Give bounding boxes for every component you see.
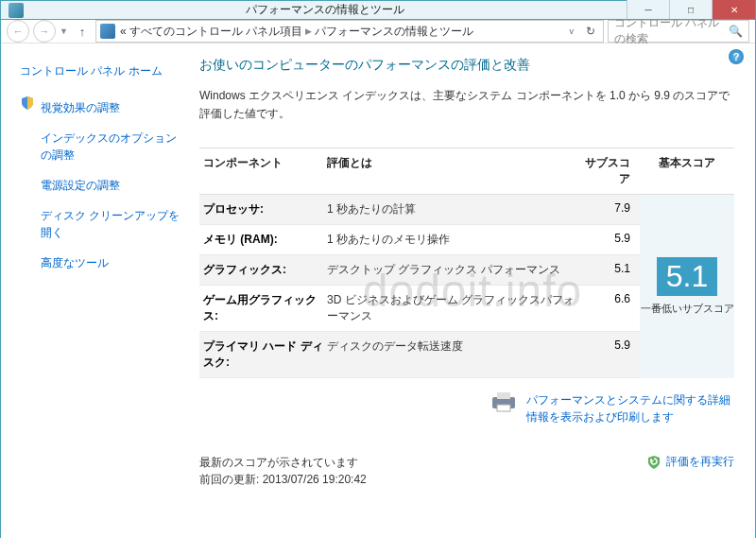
search-input[interactable]: コントロール パネルの検索 🔍 [608,20,749,43]
row-component: ゲーム用グラフィックス: [199,292,327,324]
chevron-right-icon: ▶ [305,26,312,36]
shield-icon [20,95,35,111]
row-desc: デスクトップ グラフィックス パフォーマンス [327,262,583,278]
breadcrumb[interactable]: « すべてのコントロール パネル項目 ▶ パフォーマンスの情報とツール [120,24,473,40]
score-row-1: メモリ (RAM):1 秒あたりのメモリ操作5.9 [199,225,640,255]
row-desc: 3D ビジネスおよびゲーム グラフィックスパフォーマンス [327,292,583,324]
update-info: 最新のスコアが示されています 前回の更新: 2013/07/26 19:20:4… [199,454,367,488]
row-desc: 1 秒あたりのメモリ操作 [327,232,583,248]
row-component: グラフィックス: [199,262,327,278]
help-icon[interactable]: ? [729,49,744,64]
crumb-prefix: « [120,25,127,38]
score-row-3: ゲーム用グラフィックス:3D ビジネスおよびゲーム グラフィックスパフォーマンス… [199,286,640,332]
base-score-label: 一番低いサブスコア [641,302,734,316]
maximize-button[interactable]: □ [669,0,712,19]
close-button[interactable]: ✕ [712,0,755,19]
row-component: プロセッサ: [199,201,327,217]
navbar: ← → ▼ ↑ « すべてのコントロール パネル項目 ▶ パフォーマンスの情報と… [1,20,755,43]
main-pane: ? お使いのコンピューターのパフォーマンスの評価と改善 Windows エクスペ… [190,43,755,538]
sidebar-task-4[interactable]: 高度なツール [41,251,109,275]
row-subscore: 6.6 [583,292,640,324]
base-score-value: 5.1 [657,257,717,296]
search-icon: 🔍 [729,25,743,38]
rerun-label: 評価を再実行 [666,454,734,470]
row-subscore: 5.9 [583,338,640,371]
header-subscore: サブスコア [583,155,640,187]
window-title: パフォーマンスの情報とツール [24,2,627,18]
score-row-0: プロセッサ:1 秒あたりの計算7.9 [199,195,640,225]
row-subscore: 5.9 [583,232,640,248]
sidebar-task-2[interactable]: 電源設定の調整 [41,173,120,198]
sidebar: コントロール パネル ホーム 視覚効果の調整インデックスのオプションの調整電源設… [1,43,190,538]
svg-rect-2 [497,405,510,411]
page-description: Windows エクスペリエンス インデックスは、主要なシステム コンポーネント… [199,87,734,123]
printer-icon [490,391,517,412]
score-row-2: グラフィックス:デスクトップ グラフィックス パフォーマンス5.1 [199,255,640,286]
history-dropdown[interactable]: ▼ [60,26,69,36]
search-placeholder: コントロール パネルの検索 [614,15,729,47]
row-component: プライマリ ハード ディスク: [199,338,327,371]
up-button[interactable]: ↑ [73,22,92,41]
svg-rect-1 [497,392,510,399]
forward-button[interactable]: → [33,20,56,43]
sidebar-task-3[interactable]: ディスク クリーンアップを開く [41,203,180,245]
sidebar-task-1[interactable]: インデックスのオプションの調整 [41,126,180,167]
address-bar[interactable]: « すべてのコントロール パネル項目 ▶ パフォーマンスの情報とツール v ↻ [95,20,604,43]
update-timestamp: 前回の更新: 2013/07/26 19:20:42 [199,471,367,488]
row-subscore: 7.9 [583,201,640,217]
location-icon [100,24,115,39]
score-table: コンポーネント 評価とは サブスコア 基本スコア プロセッサ:1 秒あたりの計算… [199,148,734,378]
back-button[interactable]: ← [7,20,29,43]
print-details-link[interactable]: パフォーマンスとシステムに関する詳細情報を表示および印刷します [526,391,734,425]
update-status: 最新のスコアが示されています [199,454,367,471]
crumb-2[interactable]: パフォーマンスの情報とツール [315,24,473,40]
row-component: メモリ (RAM): [199,232,327,248]
refresh-button[interactable]: ↻ [582,25,599,38]
row-subscore: 5.1 [583,262,640,278]
sidebar-task-0[interactable]: 視覚効果の調整 [41,95,120,120]
page-title: お使いのコンピューターのパフォーマンスの評価と改善 [199,57,734,74]
header-basescore: 基本スコア [640,155,734,187]
minimize-button[interactable]: ─ [627,0,669,19]
base-score-panel: 5.1 一番低いサブスコア [640,195,734,378]
header-component: コンポーネント [199,155,327,187]
shield-refresh-icon [646,455,662,470]
row-desc: 1 秒あたりの計算 [327,201,583,217]
app-icon [9,3,24,18]
row-desc: ディスクのデータ転送速度 [327,338,583,371]
score-row-4: プライマリ ハード ディスク:ディスクのデータ転送速度5.9 [199,332,640,378]
header-what: 評価とは [327,155,583,187]
control-panel-home-link[interactable]: コントロール パネル ホーム [20,59,180,83]
titlebar: パフォーマンスの情報とツール ─ □ ✕ [1,1,755,20]
rerun-assessment-link[interactable]: 評価を再実行 [646,454,734,470]
address-dropdown[interactable]: v [566,26,578,36]
crumb-1[interactable]: すべてのコントロール パネル項目 [129,24,302,40]
